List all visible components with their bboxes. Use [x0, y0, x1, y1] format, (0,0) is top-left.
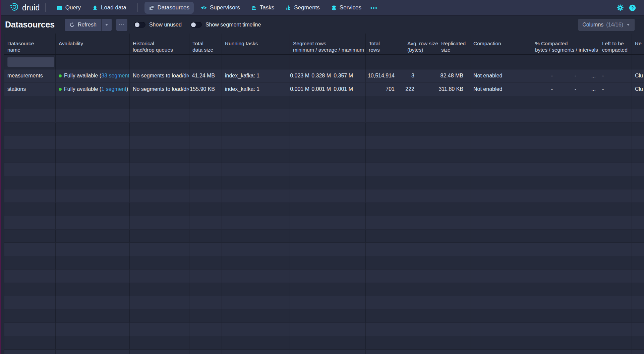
- cell-running_tasks: [222, 203, 290, 216]
- nav-item-supervisors[interactable]: Supervisors: [196, 2, 244, 14]
- column-header-running_tasks[interactable]: Running tasks: [222, 34, 290, 54]
- nav-item-query[interactable]: Query: [52, 2, 85, 14]
- nav-item-services[interactable]: Services: [327, 2, 366, 14]
- cell-replicated_size: [438, 123, 470, 136]
- cell-running_tasks: [222, 350, 290, 354]
- cell-segment_rows: [290, 216, 366, 229]
- table-row-empty: [4, 309, 644, 323]
- column-header-avg_row_size[interactable]: Avg. row size(bytes): [404, 34, 438, 54]
- pct_compacted-value-0: -: [532, 73, 553, 79]
- table-row-empty: [4, 283, 644, 296]
- settings-gear-icon[interactable]: [617, 4, 624, 11]
- nav-item-load-data[interactable]: Load data: [88, 2, 131, 14]
- cell-segment_rows: [290, 136, 366, 149]
- column-header-pct_compacted[interactable]: % Compactedbytes / segments / intervals: [532, 34, 599, 54]
- column-header-replicated_size[interactable]: Replicatedsize: [438, 34, 470, 54]
- cell-compaction: [470, 270, 532, 283]
- cell-total_rows: [366, 309, 404, 322]
- cell-total_rows: [366, 283, 404, 296]
- pct_compacted-value-1: -: [553, 73, 576, 79]
- header-line1: Datasource: [7, 40, 54, 47]
- table-row-empty: [4, 109, 644, 123]
- cell-load_drop: No segments to load/drop: [130, 83, 189, 96]
- cell-replicated_size: [438, 350, 470, 354]
- filter-cell-total_data_size: [189, 55, 222, 69]
- column-header-total_rows[interactable]: Totalrows: [366, 34, 404, 54]
- cell-left_to_be_compacted: [599, 336, 632, 349]
- datasource-name-filter-input[interactable]: [7, 57, 54, 67]
- cell-name: [4, 189, 56, 202]
- segment_rows-value-2: 0.357 M: [331, 73, 353, 79]
- cell-retention: [632, 150, 644, 163]
- column-header-total_data_size[interactable]: Totaldata size: [189, 34, 222, 54]
- cell-compaction: [470, 243, 532, 256]
- help-icon[interactable]: ?: [629, 4, 636, 11]
- cell-segment_rows: [290, 150, 366, 163]
- cell-compaction: [470, 309, 532, 322]
- caret-down-icon: [626, 22, 631, 27]
- cell-total_data_size: [189, 336, 222, 349]
- cell-running_tasks: index_kafka: 1: [222, 69, 290, 82]
- table-row-measurements[interactable]: measurementsFully available (33 segments…: [4, 69, 644, 83]
- segments-link[interactable]: 33 segments: [101, 73, 130, 79]
- cell-replicated_size: [438, 283, 470, 296]
- cell-retention: [632, 270, 644, 283]
- columns-button[interactable]: Columns (14/16): [578, 19, 635, 31]
- show-segment-timeline-label: Show segment timeline: [206, 22, 261, 28]
- nav-item-tasks[interactable]: Tasks: [247, 2, 279, 14]
- brand-name: druid: [22, 3, 40, 12]
- table-row-empty: [4, 296, 644, 310]
- segment_rows-value-2: 0.001 M: [331, 86, 353, 92]
- column-header-segment_rows[interactable]: Segment rowsminimum / average / maximum: [290, 34, 366, 54]
- column-header-availability[interactable]: Availability: [56, 34, 130, 54]
- cell-total_rows: [366, 176, 404, 189]
- cell-load_drop: [130, 256, 189, 269]
- cell-left_to_be_compacted: -: [599, 69, 632, 82]
- cell-availability: [56, 243, 130, 256]
- top-navbar: druid QueryLoad dataDatasourcesSuperviso…: [0, 0, 644, 16]
- cell-compaction: Not enabled: [470, 83, 532, 96]
- druid-logo[interactable]: druid: [10, 3, 40, 13]
- refresh-interval-button[interactable]: [101, 19, 112, 31]
- column-header-retention[interactable]: Re: [632, 34, 644, 54]
- show-unused-toggle[interactable]: Show unused: [134, 22, 182, 28]
- column-header-compaction[interactable]: Compaction: [470, 34, 532, 54]
- cell-pct_compacted: [532, 123, 599, 136]
- refresh-button[interactable]: Refresh: [65, 19, 101, 31]
- nav-item-datasources[interactable]: Datasources: [144, 2, 194, 14]
- more-actions-button[interactable]: ···: [116, 19, 127, 31]
- header-line1: Total: [369, 40, 403, 47]
- table-row-empty: [4, 323, 644, 336]
- segments-link[interactable]: 1 segment: [101, 86, 126, 92]
- table-row-empty: [4, 176, 644, 189]
- column-header-left_to_be_compacted[interactable]: Left to becompacted: [599, 34, 632, 54]
- cell-compaction: [470, 109, 532, 122]
- cell-segment_rows: [290, 309, 366, 322]
- cell-left_to_be_compacted: [599, 163, 632, 176]
- cell-replicated_size: [438, 323, 470, 336]
- show-segment-timeline-toggle[interactable]: Show segment timeline: [190, 22, 261, 28]
- console-icon: [57, 5, 62, 11]
- nav-more-button[interactable]: •••: [367, 2, 381, 13]
- cell-avg_row_size: [404, 176, 438, 189]
- segment_rows-value-0: 0.023 M: [290, 73, 309, 79]
- column-header-name[interactable]: Datasourcename: [4, 34, 56, 54]
- cell-total_data_size: [189, 323, 222, 336]
- cell-pct_compacted: [532, 150, 599, 163]
- pct_compacted-value-0: -: [532, 86, 553, 92]
- cell-compaction: [470, 136, 532, 149]
- cell-name: [4, 323, 56, 336]
- cell-load_drop: [130, 350, 189, 354]
- column-header-load_drop[interactable]: Historicalload/drop queues: [130, 34, 189, 54]
- cell-availability: [56, 256, 130, 269]
- cell-retention: Clu: [632, 83, 644, 96]
- cell-total_data_size: [189, 216, 222, 229]
- table-row-stations[interactable]: stationsFully available (1 segment)No se…: [4, 83, 644, 96]
- upload-arrow-icon: [92, 5, 98, 11]
- cell-name: [4, 203, 56, 216]
- cell-availability: [56, 176, 130, 189]
- cell-total_rows: [366, 203, 404, 216]
- cell-compaction: [470, 150, 532, 163]
- filter-cell-load_drop: [130, 55, 189, 69]
- nav-item-segments[interactable]: Segments: [281, 2, 324, 14]
